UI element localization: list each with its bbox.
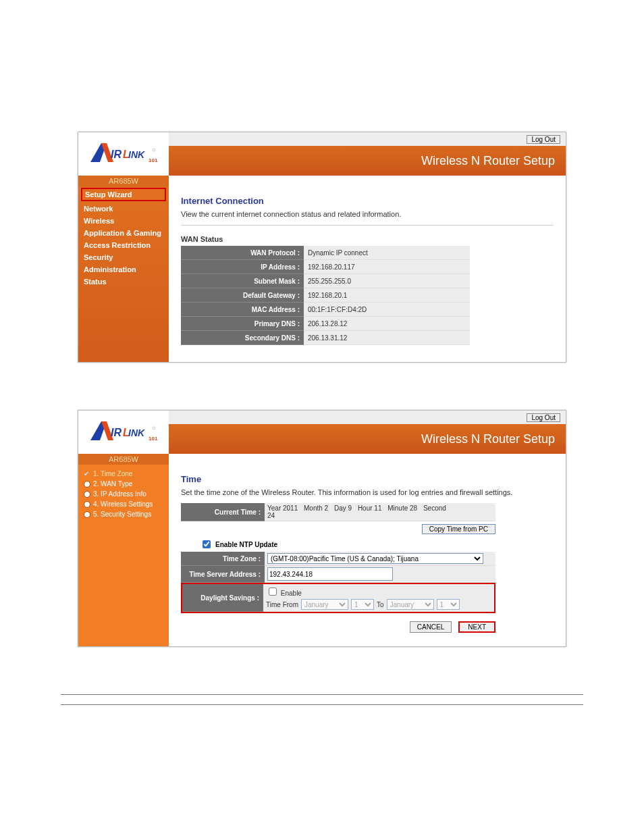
nav-network[interactable]: Network [78, 203, 169, 215]
table-row: IP Address :192.168.20.117 [181, 260, 470, 274]
table-row: Subnet Mask :255.255.255.0 [181, 274, 470, 288]
row-timezone: Time Zone : (GMT-08:00)Pacific Time (US … [181, 552, 495, 566]
page-title: Internet Connection [181, 196, 554, 206]
wizard-button-row: CANCEL NEXT [181, 621, 495, 633]
copy-time-button[interactable]: Copy Time from PC [422, 524, 495, 534]
status-label: Subnet Mask : [181, 274, 304, 288]
brand-logo: IR L INK 101 [78, 411, 169, 454]
svg-text:IR: IR [111, 149, 122, 160]
lbl-year: Year [267, 504, 281, 512]
brand-logo: IR L INK 101 [78, 132, 169, 176]
time-form: Current Time : Year 2011 Month 2 Day 9 H… [181, 503, 495, 521]
wizard-step-5[interactable]: 5. Security Settings [78, 509, 169, 519]
status-value: 255.255.255.0 [304, 274, 470, 288]
enable-ntp-checkbox[interactable] [203, 540, 211, 548]
next-button[interactable]: NEXT [458, 621, 495, 633]
time-server-input[interactable] [267, 567, 393, 581]
ds-from-month-select[interactable]: January [301, 599, 348, 610]
banner: IR L INK 101 Log Out Wireless N Router S… [78, 132, 566, 176]
wizard-step-label: 1. Time Zone [93, 470, 132, 477]
timezone-select[interactable]: (GMT-08:00)Pacific Time (US & Canada); T… [267, 553, 483, 564]
model-label: AR685W [78, 454, 169, 465]
router-screen-wizard: IR L INK 101 Log Out Wireless N Router S… [78, 410, 566, 647]
section-title: WAN Status [181, 235, 554, 243]
nav-security[interactable]: Security [78, 251, 169, 263]
wizard-sidebar: ✔ 1. Time Zone 2. WAN Type 3. IP Address… [78, 465, 169, 646]
model-label: AR685W [78, 176, 169, 186]
wizard-step-label: 4. Wireless Settings [93, 500, 153, 508]
lbl-time-from: Time From [266, 601, 298, 608]
wizard-step-2[interactable]: 2. WAN Type [78, 479, 169, 489]
nav-app-gaming[interactable]: Application & Gaming [78, 227, 169, 239]
row-time-server: Time Server Address : [181, 566, 495, 583]
svg-point-9 [153, 427, 155, 429]
status-label: IP Address : [181, 260, 304, 274]
label-time-server: Time Server Address : [181, 566, 265, 583]
dot-icon [84, 481, 90, 488]
val-hour: 11 [374, 504, 381, 512]
lbl-day: Day [334, 504, 346, 512]
svg-text:101: 101 [149, 436, 158, 442]
check-icon: ✔ [84, 471, 90, 477]
nav-wireless[interactable]: Wireless [78, 215, 169, 227]
divider [181, 225, 554, 226]
val-year: 2011 [283, 504, 298, 512]
status-value: 206.13.28.12 [304, 317, 470, 331]
status-label: Primary DNS : [181, 317, 304, 331]
table-row: Primary DNS :206.13.28.12 [181, 317, 470, 331]
val-day: 9 [348, 504, 352, 512]
router-screen-status: IR L INK 101 Log Out Wireless N Router S… [78, 132, 566, 363]
table-row: Secondary DNS :206.13.31.12 [181, 331, 470, 345]
logout-button[interactable]: Log Out [527, 135, 560, 144]
status-value: 206.13.31.12 [304, 331, 470, 345]
banner: IR L INK 101 Log Out Wireless N Router S… [78, 411, 566, 454]
lbl-minute: Minute [387, 504, 408, 512]
sidebar-nav: Setup Wizard Network Wireless Applicatio… [78, 186, 169, 362]
svg-text:INK: INK [128, 149, 145, 160]
banner-title: Wireless N Router Setup [169, 424, 566, 454]
status-label: WAN Protocol : [181, 246, 304, 260]
status-value: 00:1F:1F:CF:D4:2D [304, 303, 470, 317]
time-form-2: Time Zone : (GMT-08:00)Pacific Time (US … [181, 552, 495, 583]
dot-icon [84, 511, 90, 518]
nav-access-restriction[interactable]: Access Restriction [78, 239, 169, 251]
wizard-step-label: 2. WAN Type [93, 480, 132, 488]
nav-administration[interactable]: Administration [78, 263, 169, 276]
val-month: 2 [325, 504, 329, 512]
dot-icon [84, 501, 90, 508]
svg-text:101: 101 [149, 157, 158, 163]
wizard-step-4[interactable]: 4. Wireless Settings [78, 499, 169, 509]
label-timezone: Time Zone : [181, 552, 265, 566]
daylight-enable-label: Enable [281, 590, 302, 597]
nav-status[interactable]: Status [78, 276, 169, 288]
value-current-time: Year 2011 Month 2 Day 9 Hour 11 Minute 2… [265, 503, 495, 521]
page-description: View the current internet connection sta… [181, 210, 554, 218]
content-pane: Time Set the time zone of the Wireless R… [169, 465, 566, 646]
status-value: Dynamic IP connect [304, 246, 470, 260]
wizard-step-3[interactable]: 3. IP Address Info [78, 489, 169, 499]
wizard-step-label: 3. IP Address Info [93, 490, 146, 498]
cancel-button[interactable]: CANCEL [410, 621, 452, 633]
wizard-step-1[interactable]: ✔ 1. Time Zone [78, 469, 169, 479]
ntp-toggle-row: Enable NTP Update [200, 538, 554, 550]
lbl-second: Second [423, 504, 446, 512]
val-minute: 28 [410, 504, 417, 512]
ds-to-month-select[interactable]: January [387, 599, 434, 610]
nav-setup-wizard[interactable]: Setup Wizard [81, 188, 166, 201]
wizard-step-label: 5. Security Settings [93, 511, 151, 518]
logout-button[interactable]: Log Out [527, 413, 560, 422]
status-value: 192.168.20.1 [304, 288, 470, 303]
row-current-time: Current Time : Year 2011 Month 2 Day 9 H… [181, 503, 495, 521]
ds-from-day-select[interactable]: 1 [351, 599, 374, 610]
val-second: 24 [267, 512, 275, 519]
ds-to-day-select[interactable]: 1 [437, 599, 460, 610]
status-label: MAC Address : [181, 303, 304, 317]
svg-point-4 [153, 149, 155, 151]
wan-status-table: WAN Protocol :Dynamic IP connectIP Addre… [181, 246, 470, 345]
table-row: MAC Address :00:1F:1F:CF:D4:2D [181, 303, 470, 317]
label-daylight: Daylight Savings : [182, 584, 263, 612]
page-title: Time [181, 474, 554, 484]
enable-ntp-label: Enable NTP Update [215, 541, 277, 548]
page-description: Set the time zone of the Wireless Router… [181, 488, 554, 496]
daylight-enable-checkbox[interactable] [269, 588, 277, 596]
